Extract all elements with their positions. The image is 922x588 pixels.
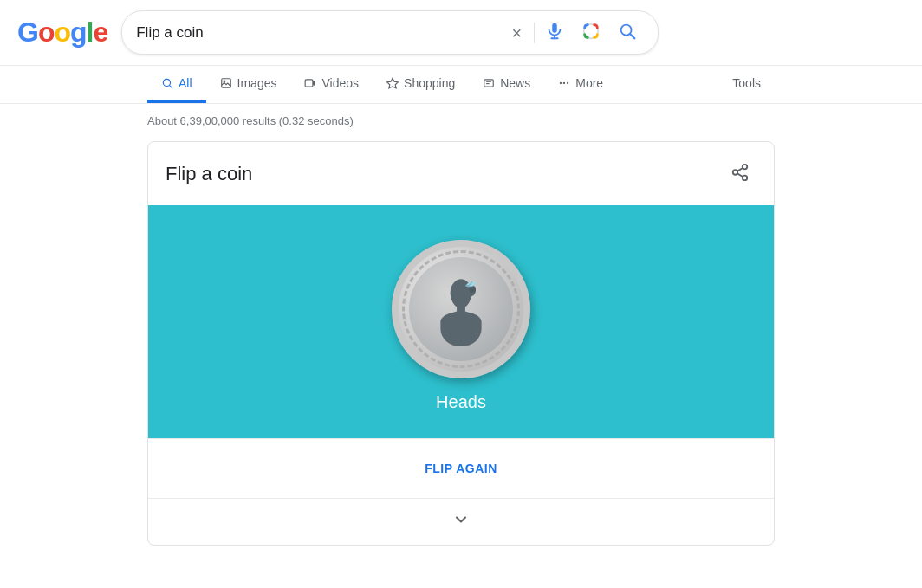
clear-button[interactable]: × — [507, 23, 528, 43]
search-icon-group — [542, 18, 604, 47]
svg-line-5 — [630, 34, 634, 38]
svg-point-6 — [163, 79, 170, 86]
tab-all-label: All — [179, 76, 192, 90]
chevron-down-icon — [452, 511, 470, 533]
tab-more[interactable]: More — [544, 66, 617, 103]
tab-shopping[interactable]: Shopping — [373, 66, 469, 103]
svg-rect-0 — [552, 23, 557, 33]
svg-point-15 — [560, 82, 562, 84]
logo-o2: o — [54, 16, 70, 48]
tab-images-label: Images — [237, 76, 277, 90]
tools-label: Tools — [732, 76, 761, 90]
search-bar: Flip a coin × — [121, 10, 659, 55]
coin-card-header: Flip a coin — [148, 142, 774, 205]
news-icon — [483, 77, 495, 89]
share-icon — [730, 163, 750, 184]
coin-card: Flip a coin — [147, 141, 775, 546]
videos-icon — [304, 77, 316, 89]
tab-news-label: News — [500, 76, 530, 90]
divider — [534, 23, 535, 43]
search-input[interactable]: Flip a coin — [136, 24, 499, 42]
nav-tabs: All Images Videos Shopping News More Too… — [0, 66, 922, 104]
tab-all[interactable]: All — [147, 66, 206, 103]
search-icon — [618, 22, 637, 43]
header: Google Flip a coin × — [0, 0, 922, 66]
shopping-icon — [386, 77, 399, 89]
more-icon — [558, 77, 570, 89]
logo-o1: o — [38, 16, 55, 48]
google-logo[interactable]: Google — [17, 16, 107, 48]
microphone-button[interactable] — [542, 18, 568, 47]
svg-line-7 — [170, 86, 172, 88]
flip-again-label: FLIP AGAIN — [425, 462, 497, 475]
flip-again-row: FLIP AGAIN — [148, 438, 774, 498]
logo-g: G — [17, 16, 38, 48]
coin — [392, 240, 530, 378]
svg-marker-11 — [387, 78, 399, 88]
logo-e: e — [93, 16, 107, 48]
svg-line-22 — [737, 168, 743, 171]
search-submit-button[interactable] — [611, 18, 644, 47]
results-count-text: About 6,39,00,000 results (0.32 seconds) — [147, 114, 354, 127]
coin-face — [409, 257, 513, 361]
tab-news[interactable]: News — [469, 66, 544, 103]
flip-again-button[interactable]: FLIP AGAIN — [411, 455, 511, 482]
all-icon — [161, 77, 173, 89]
tab-more-label: More — [575, 76, 603, 90]
coin-heads-silhouette — [431, 273, 491, 346]
svg-point-17 — [567, 82, 568, 84]
results-count: About 6,39,00,000 results (0.32 seconds) — [0, 104, 922, 134]
tab-videos[interactable]: Videos — [290, 66, 373, 103]
coin-card-title: Flip a coin — [166, 163, 252, 185]
coin-display[interactable]: Heads — [148, 205, 774, 438]
tab-images[interactable]: Images — [206, 66, 291, 103]
svg-line-21 — [737, 173, 743, 177]
lens-button[interactable] — [578, 18, 604, 47]
tab-shopping-label: Shopping — [404, 76, 455, 90]
images-icon — [220, 77, 232, 89]
svg-point-26 — [451, 283, 467, 305]
share-button[interactable] — [724, 156, 756, 191]
svg-point-9 — [224, 81, 225, 82]
microphone-icon — [545, 22, 564, 43]
logo-g2: g — [70, 16, 87, 48]
lens-icon — [581, 22, 601, 43]
tab-videos-label: Videos — [321, 76, 359, 90]
coin-result-label: Heads — [436, 392, 486, 412]
svg-point-16 — [563, 82, 565, 84]
tools-button[interactable]: Tools — [718, 66, 775, 103]
close-icon: × — [512, 23, 523, 42]
expand-row[interactable] — [148, 498, 774, 545]
svg-rect-10 — [306, 80, 314, 87]
